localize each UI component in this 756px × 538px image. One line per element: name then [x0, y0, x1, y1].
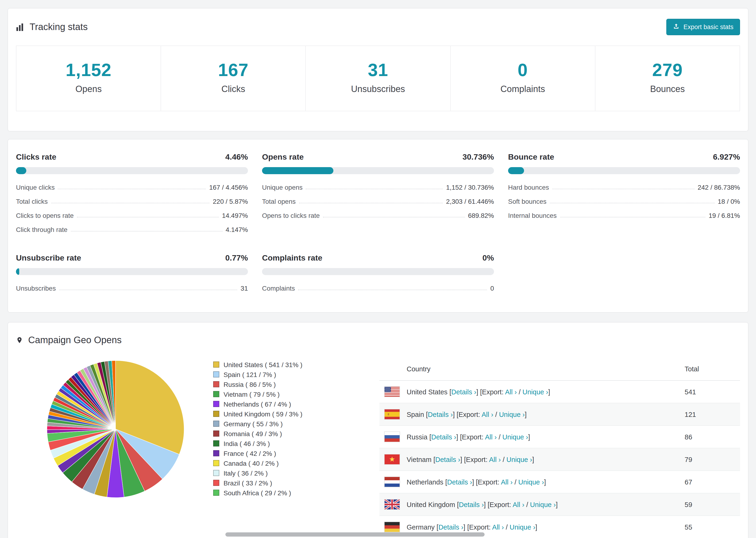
- rate-title: Complaints rate: [262, 253, 322, 263]
- export-all-link[interactable]: All ›: [489, 456, 501, 463]
- stat-row: Internal bounces19 / 6.81%: [508, 208, 740, 223]
- geo-table-row: Spain [Details ›] [Export: All › / Uniqu…: [379, 403, 740, 426]
- card-title: Campaign Geo Opens: [28, 335, 122, 346]
- export-all-link[interactable]: All ›: [482, 410, 493, 418]
- legend-item: Italy ( 36 / 2% ): [213, 468, 366, 478]
- total-cell: 121: [685, 410, 735, 418]
- rate-title: Unsubscribe rate: [16, 253, 81, 263]
- country-header: Country: [406, 365, 685, 373]
- export-all-link[interactable]: All ›: [513, 501, 524, 508]
- export-all-link[interactable]: All ›: [501, 478, 513, 486]
- stat-row: Unsubscribes31: [16, 281, 248, 295]
- legend-label: Russia ( 86 / 5% ): [224, 381, 276, 388]
- dotted-leader: [323, 217, 465, 217]
- summary-value: 167: [161, 60, 305, 80]
- details-link[interactable]: Details ›: [428, 410, 453, 418]
- rates-card: Clicks rate4.46%Unique clicks167 / 4.456…: [8, 139, 748, 313]
- progress-bar: [262, 167, 494, 174]
- legend-swatch: [213, 430, 219, 437]
- details-link[interactable]: Details ›: [451, 388, 476, 396]
- summary-value: 0: [451, 60, 595, 80]
- legend-swatch: [213, 361, 219, 368]
- legend-label: South Africa ( 29 / 2% ): [224, 489, 291, 497]
- country-name: United States: [406, 388, 448, 396]
- export-icon: [673, 23, 680, 31]
- flag-us-icon: [384, 386, 400, 397]
- rate-title: Opens rate: [262, 153, 304, 162]
- export-unique-link[interactable]: Unique ›: [522, 388, 548, 396]
- legend-swatch: [213, 470, 219, 476]
- stat-value: 167 / 4.456%: [209, 184, 248, 191]
- legend-swatch: [213, 411, 219, 417]
- export-unique-link[interactable]: Unique ›: [510, 523, 535, 531]
- rate-rows: Complaints0: [262, 281, 494, 295]
- geo-card: Campaign Geo Opens United States ( 541 /…: [8, 322, 748, 538]
- flag-de-icon: [384, 521, 400, 532]
- bar-chart-icon: [16, 23, 25, 31]
- progress-bar: [16, 167, 248, 174]
- legend-item: Brazil ( 33 / 2% ): [213, 478, 366, 488]
- dotted-leader: [550, 203, 715, 203]
- summary-value: 1,152: [17, 60, 161, 80]
- rates-grid: Clicks rate4.46%Unique clicks167 / 4.456…: [16, 153, 740, 295]
- stat-label: Clicks to opens rate: [16, 212, 74, 219]
- export-unique-link[interactable]: Unique ›: [518, 478, 544, 486]
- export-all-link[interactable]: All ›: [505, 388, 517, 396]
- stat-row: Hard bounces242 / 86.738%: [508, 180, 740, 194]
- stat-label: Click through rate: [16, 226, 67, 233]
- legend-swatch: [213, 490, 219, 496]
- details-link[interactable]: Details ›: [431, 433, 456, 441]
- rate-value: 0.77%: [225, 253, 248, 263]
- page: Tracking stats Export basic stats 1,152O…: [0, 0, 756, 538]
- dotted-leader: [299, 203, 443, 203]
- export-label: Export:: [490, 501, 511, 508]
- stat-row: Opens to clicks rate689.82%: [262, 208, 494, 223]
- rate-title: Clicks rate: [16, 153, 56, 162]
- rate-panel: Unsubscribe rate0.77%Unsubscribes31: [16, 253, 248, 295]
- export-all-link[interactable]: All ›: [485, 433, 497, 441]
- progress-bar-fill: [262, 167, 333, 174]
- export-basic-stats-button[interactable]: Export basic stats: [667, 19, 740, 35]
- stat-value: 0: [490, 285, 494, 292]
- stat-label: Unique opens: [262, 184, 303, 191]
- flag-ru-icon: [384, 431, 400, 442]
- dotted-leader: [77, 217, 219, 217]
- legend-item: Canada ( 40 / 2% ): [213, 458, 366, 468]
- export-label: Export:: [459, 410, 480, 418]
- stat-label: Soft bounces: [508, 198, 546, 205]
- export-unique-link[interactable]: Unique ›: [530, 501, 556, 508]
- horizontal-scrollbar-thumb[interactable]: [225, 532, 485, 537]
- summary-label: Unsubscribes: [306, 83, 450, 95]
- legend-label: Romania ( 49 / 3% ): [224, 430, 282, 437]
- export-all-link[interactable]: All ›: [492, 523, 504, 531]
- geo-legend: United States ( 541 / 31% )Spain ( 121 /…: [213, 359, 366, 498]
- rate-title: Bounce rate: [508, 153, 554, 162]
- details-link[interactable]: Details ›: [438, 523, 463, 531]
- stat-row: Soft bounces18 / 0%: [508, 194, 740, 208]
- export-unique-link[interactable]: Unique ›: [507, 456, 532, 463]
- country-cell: United Kingdom [Details ›] [Export: All …: [406, 501, 685, 508]
- geo-table-row: Russia [Details ›] [Export: All › / Uniq…: [379, 426, 740, 448]
- rate-rows: Unsubscribes31: [16, 281, 248, 295]
- details-link[interactable]: Details ›: [435, 456, 460, 463]
- export-unique-link[interactable]: Unique ›: [499, 410, 525, 418]
- export-unique-link[interactable]: Unique ›: [503, 433, 528, 441]
- tracking-stats-title-group: Tracking stats: [16, 22, 88, 32]
- dotted-leader: [560, 217, 705, 217]
- legend-item: India ( 46 / 3% ): [213, 439, 366, 448]
- location-pin-icon: [16, 336, 23, 345]
- stat-label: Opens to clicks rate: [262, 212, 320, 219]
- dotted-leader: [306, 189, 443, 189]
- geo-header: Campaign Geo Opens: [16, 335, 740, 346]
- geo-table-row: United States [Details ›] [Export: All ›…: [379, 381, 740, 403]
- legend-item: Romania ( 49 / 3% ): [213, 429, 366, 439]
- legend-label: Italy ( 36 / 2% ): [224, 469, 268, 477]
- details-link[interactable]: Details ›: [447, 478, 472, 486]
- tracking-stats-header: Tracking stats Export basic stats: [16, 19, 740, 35]
- legend-item: Netherlands ( 67 / 4% ): [213, 399, 366, 409]
- legend-swatch: [213, 391, 219, 397]
- legend-item: Russia ( 86 / 5% ): [213, 379, 366, 389]
- progress-bar: [262, 268, 494, 275]
- geo-table-body: United States [Details ›] [Export: All ›…: [379, 381, 740, 538]
- details-link[interactable]: Details ›: [459, 501, 484, 508]
